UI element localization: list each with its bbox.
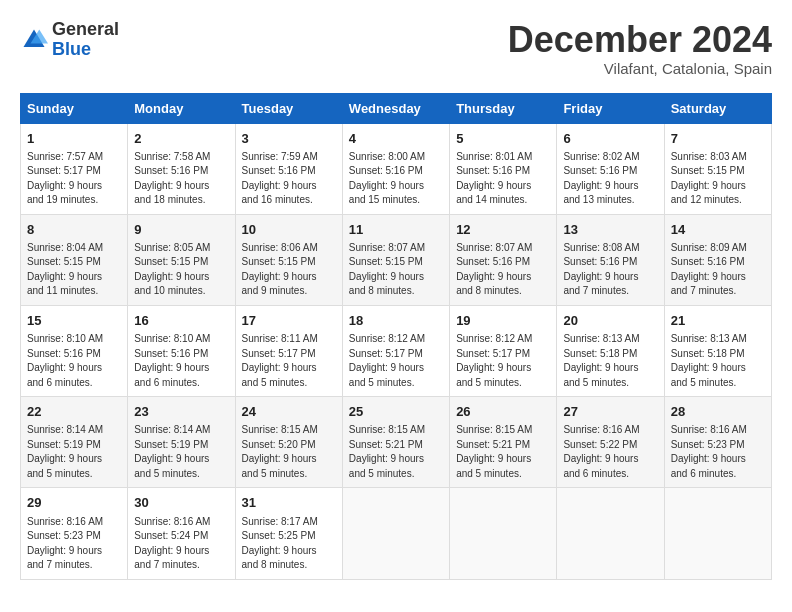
day-number: 21 [671, 312, 765, 330]
day-info: Sunrise: 8:04 AM Sunset: 5:15 PM Dayligh… [27, 241, 121, 299]
day-number: 27 [563, 403, 657, 421]
table-row: 15 Sunrise: 8:10 AM Sunset: 5:16 PM Dayl… [21, 305, 128, 396]
table-row: 1 Sunrise: 7:57 AM Sunset: 5:17 PM Dayli… [21, 123, 128, 214]
table-row: 5 Sunrise: 8:01 AM Sunset: 5:16 PM Dayli… [450, 123, 557, 214]
day-number: 19 [456, 312, 550, 330]
calendar-header-row: Sunday Monday Tuesday Wednesday Thursday… [21, 93, 772, 123]
day-info: Sunrise: 8:07 AM Sunset: 5:15 PM Dayligh… [349, 241, 443, 299]
table-row: 2 Sunrise: 7:58 AM Sunset: 5:16 PM Dayli… [128, 123, 235, 214]
day-info: Sunrise: 8:06 AM Sunset: 5:15 PM Dayligh… [242, 241, 336, 299]
day-info: Sunrise: 8:11 AM Sunset: 5:17 PM Dayligh… [242, 332, 336, 390]
day-number: 25 [349, 403, 443, 421]
day-info: Sunrise: 8:14 AM Sunset: 5:19 PM Dayligh… [134, 423, 228, 481]
day-number: 10 [242, 221, 336, 239]
table-row: 13 Sunrise: 8:08 AM Sunset: 5:16 PM Dayl… [557, 214, 664, 305]
table-row: 24 Sunrise: 8:15 AM Sunset: 5:20 PM Dayl… [235, 397, 342, 488]
calendar-week-row: 29 Sunrise: 8:16 AM Sunset: 5:23 PM Dayl… [21, 488, 772, 579]
day-number: 4 [349, 130, 443, 148]
day-info: Sunrise: 8:13 AM Sunset: 5:18 PM Dayligh… [671, 332, 765, 390]
day-info: Sunrise: 8:17 AM Sunset: 5:25 PM Dayligh… [242, 515, 336, 573]
day-info: Sunrise: 8:14 AM Sunset: 5:19 PM Dayligh… [27, 423, 121, 481]
calendar-week-row: 1 Sunrise: 7:57 AM Sunset: 5:17 PM Dayli… [21, 123, 772, 214]
header-friday: Friday [557, 93, 664, 123]
day-info: Sunrise: 8:15 AM Sunset: 5:20 PM Dayligh… [242, 423, 336, 481]
day-number: 6 [563, 130, 657, 148]
day-info: Sunrise: 7:57 AM Sunset: 5:17 PM Dayligh… [27, 150, 121, 208]
table-row: 20 Sunrise: 8:13 AM Sunset: 5:18 PM Dayl… [557, 305, 664, 396]
day-info: Sunrise: 8:05 AM Sunset: 5:15 PM Dayligh… [134, 241, 228, 299]
table-row: 12 Sunrise: 8:07 AM Sunset: 5:16 PM Dayl… [450, 214, 557, 305]
day-info: Sunrise: 8:00 AM Sunset: 5:16 PM Dayligh… [349, 150, 443, 208]
day-number: 28 [671, 403, 765, 421]
day-info: Sunrise: 8:10 AM Sunset: 5:16 PM Dayligh… [134, 332, 228, 390]
logo-general-text: General [52, 19, 119, 39]
day-info: Sunrise: 8:01 AM Sunset: 5:16 PM Dayligh… [456, 150, 550, 208]
day-info: Sunrise: 8:09 AM Sunset: 5:16 PM Dayligh… [671, 241, 765, 299]
day-number: 24 [242, 403, 336, 421]
day-info: Sunrise: 8:03 AM Sunset: 5:15 PM Dayligh… [671, 150, 765, 208]
page-header: General Blue December 2024 Vilafant, Cat… [20, 20, 772, 77]
day-number: 18 [349, 312, 443, 330]
table-row: 28 Sunrise: 8:16 AM Sunset: 5:23 PM Dayl… [664, 397, 771, 488]
logo-icon [20, 26, 48, 54]
day-number: 26 [456, 403, 550, 421]
table-row: 23 Sunrise: 8:14 AM Sunset: 5:19 PM Dayl… [128, 397, 235, 488]
table-row: 16 Sunrise: 8:10 AM Sunset: 5:16 PM Dayl… [128, 305, 235, 396]
header-monday: Monday [128, 93, 235, 123]
day-number: 16 [134, 312, 228, 330]
day-number: 8 [27, 221, 121, 239]
table-row [342, 488, 449, 579]
table-row: 3 Sunrise: 7:59 AM Sunset: 5:16 PM Dayli… [235, 123, 342, 214]
logo: General Blue [20, 20, 119, 60]
table-row: 30 Sunrise: 8:16 AM Sunset: 5:24 PM Dayl… [128, 488, 235, 579]
table-row [450, 488, 557, 579]
location-text: Vilafant, Catalonia, Spain [508, 60, 772, 77]
day-number: 5 [456, 130, 550, 148]
table-row: 21 Sunrise: 8:13 AM Sunset: 5:18 PM Dayl… [664, 305, 771, 396]
table-row: 17 Sunrise: 8:11 AM Sunset: 5:17 PM Dayl… [235, 305, 342, 396]
day-info: Sunrise: 8:16 AM Sunset: 5:23 PM Dayligh… [671, 423, 765, 481]
table-row [664, 488, 771, 579]
table-row: 26 Sunrise: 8:15 AM Sunset: 5:21 PM Dayl… [450, 397, 557, 488]
table-row: 19 Sunrise: 8:12 AM Sunset: 5:17 PM Dayl… [450, 305, 557, 396]
day-number: 9 [134, 221, 228, 239]
day-number: 14 [671, 221, 765, 239]
table-row [557, 488, 664, 579]
table-row: 22 Sunrise: 8:14 AM Sunset: 5:19 PM Dayl… [21, 397, 128, 488]
calendar-table: Sunday Monday Tuesday Wednesday Thursday… [20, 93, 772, 580]
table-row: 11 Sunrise: 8:07 AM Sunset: 5:15 PM Dayl… [342, 214, 449, 305]
header-thursday: Thursday [450, 93, 557, 123]
day-info: Sunrise: 8:16 AM Sunset: 5:22 PM Dayligh… [563, 423, 657, 481]
day-info: Sunrise: 8:16 AM Sunset: 5:23 PM Dayligh… [27, 515, 121, 573]
day-info: Sunrise: 8:15 AM Sunset: 5:21 PM Dayligh… [349, 423, 443, 481]
day-info: Sunrise: 8:16 AM Sunset: 5:24 PM Dayligh… [134, 515, 228, 573]
table-row: 4 Sunrise: 8:00 AM Sunset: 5:16 PM Dayli… [342, 123, 449, 214]
calendar-week-row: 22 Sunrise: 8:14 AM Sunset: 5:19 PM Dayl… [21, 397, 772, 488]
day-info: Sunrise: 8:13 AM Sunset: 5:18 PM Dayligh… [563, 332, 657, 390]
day-number: 31 [242, 494, 336, 512]
table-row: 9 Sunrise: 8:05 AM Sunset: 5:15 PM Dayli… [128, 214, 235, 305]
day-info: Sunrise: 8:10 AM Sunset: 5:16 PM Dayligh… [27, 332, 121, 390]
table-row: 8 Sunrise: 8:04 AM Sunset: 5:15 PM Dayli… [21, 214, 128, 305]
day-info: Sunrise: 8:02 AM Sunset: 5:16 PM Dayligh… [563, 150, 657, 208]
table-row: 25 Sunrise: 8:15 AM Sunset: 5:21 PM Dayl… [342, 397, 449, 488]
day-number: 13 [563, 221, 657, 239]
day-number: 29 [27, 494, 121, 512]
table-row: 7 Sunrise: 8:03 AM Sunset: 5:15 PM Dayli… [664, 123, 771, 214]
table-row: 31 Sunrise: 8:17 AM Sunset: 5:25 PM Dayl… [235, 488, 342, 579]
day-info: Sunrise: 7:59 AM Sunset: 5:16 PM Dayligh… [242, 150, 336, 208]
day-number: 7 [671, 130, 765, 148]
day-info: Sunrise: 7:58 AM Sunset: 5:16 PM Dayligh… [134, 150, 228, 208]
day-number: 20 [563, 312, 657, 330]
table-row: 27 Sunrise: 8:16 AM Sunset: 5:22 PM Dayl… [557, 397, 664, 488]
calendar-week-row: 8 Sunrise: 8:04 AM Sunset: 5:15 PM Dayli… [21, 214, 772, 305]
day-number: 11 [349, 221, 443, 239]
title-block: December 2024 Vilafant, Catalonia, Spain [508, 20, 772, 77]
header-sunday: Sunday [21, 93, 128, 123]
header-tuesday: Tuesday [235, 93, 342, 123]
table-row: 14 Sunrise: 8:09 AM Sunset: 5:16 PM Dayl… [664, 214, 771, 305]
day-number: 23 [134, 403, 228, 421]
day-number: 1 [27, 130, 121, 148]
table-row: 6 Sunrise: 8:02 AM Sunset: 5:16 PM Dayli… [557, 123, 664, 214]
month-title: December 2024 [508, 20, 772, 60]
